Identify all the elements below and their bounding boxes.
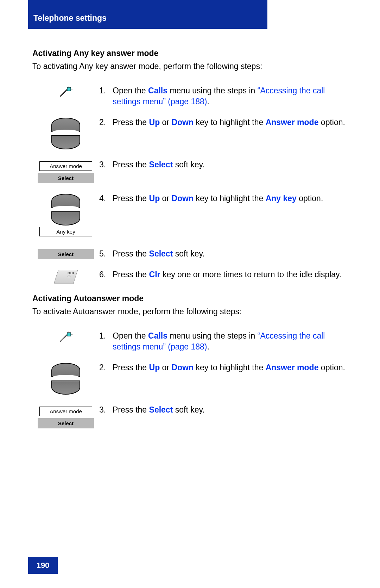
up-down-key-icon — [51, 363, 80, 395]
up-down-key-icon — [51, 118, 80, 149]
step-row: 2. Press the Up or Down key to highlight… — [32, 117, 354, 149]
display-readout: Answer mode — [39, 161, 92, 171]
svg-rect-2 — [67, 87, 71, 91]
step-body: Press the Select soft key. — [113, 159, 354, 170]
step-number: 2. — [99, 362, 113, 373]
page-header-title: Telephone settings — [33, 13, 107, 23]
page-number: 190 — [37, 561, 50, 570]
step-body: Press the Up or Down key to highlight th… — [113, 193, 354, 204]
step-body: Press the Select soft key. — [113, 248, 354, 259]
softkey-label: Select — [38, 249, 94, 259]
step-icon-column: Select — [32, 248, 99, 259]
softkey-label: Select — [38, 173, 94, 183]
step-number: 3. — [99, 404, 113, 415]
step-row: 2. Press the Up or Down key to highlight… — [32, 362, 354, 395]
section-intro: To activate Autoanswer mode, perform the… — [32, 307, 354, 316]
step-row: CLR▭6. Press the Clr key one or more tim… — [32, 269, 354, 284]
step-icon-column — [32, 362, 99, 395]
svg-line-1 — [60, 89, 68, 97]
step-row: Select5. Press the Select soft key. — [32, 248, 354, 259]
section-heading: Activating Autoanswer mode — [32, 294, 354, 303]
clr-key-icon: CLR▭ — [54, 270, 78, 284]
step-row: Answer modeSelect3. Press the Select sof… — [32, 159, 354, 183]
step-icon-column — [32, 330, 99, 343]
step-text: 2. Press the Up or Down key to highlight… — [99, 362, 354, 373]
step-body: Open the Calls menu using the steps in “… — [113, 85, 354, 107]
svg-line-6 — [60, 334, 68, 342]
step-text: 5. Press the Select soft key. — [99, 248, 354, 259]
step-text: 4. Press the Up or Down key to highlight… — [99, 193, 354, 204]
step-number: 4. — [99, 193, 113, 204]
step-text: 3. Press the Select soft key. — [99, 404, 354, 415]
step-body: Press the Clr key one or more times to r… — [113, 269, 354, 280]
section-heading: Activating Any key answer mode — [32, 49, 354, 58]
step-icon-column: Answer modeSelect — [32, 404, 99, 428]
step-text: 2. Press the Up or Down key to highlight… — [99, 117, 354, 128]
step-number: 6. — [99, 269, 113, 280]
wand-icon — [59, 331, 73, 343]
step-icon-column: Any key — [32, 193, 99, 239]
step-number: 1. — [99, 85, 113, 107]
step-body: Open the Calls menu using the steps in “… — [113, 330, 354, 352]
step-row: Answer modeSelect3. Press the Select sof… — [32, 404, 354, 428]
step-text: 3. Press the Select soft key. — [99, 159, 354, 170]
softkey-label: Select — [38, 418, 94, 428]
step-number: 3. — [99, 159, 113, 170]
step-row: 1. Open the Calls menu using the steps i… — [32, 330, 354, 352]
step-body: Press the Up or Down key to highlight th… — [113, 362, 354, 373]
step-number: 1. — [99, 330, 113, 352]
step-text: 1. Open the Calls menu using the steps i… — [99, 85, 354, 107]
step-icon-column: Answer modeSelect — [32, 159, 99, 183]
page-header: Telephone settings — [28, 0, 267, 29]
step-icon-column: CLR▭ — [32, 269, 99, 284]
step-number: 2. — [99, 117, 113, 128]
page-number-tab: 190 — [28, 557, 58, 574]
step-icon-column — [32, 85, 99, 98]
step-icon-column — [32, 117, 99, 149]
svg-rect-7 — [67, 333, 71, 336]
step-body: Press the Select soft key. — [113, 404, 354, 415]
step-row: Any key4. Press the Up or Down key to hi… — [32, 193, 354, 239]
step-text: 6. Press the Clr key one or more times t… — [99, 269, 354, 280]
step-text: 1. Open the Calls menu using the steps i… — [99, 330, 354, 352]
display-readout: Any key — [39, 227, 92, 236]
up-down-key-icon — [51, 194, 80, 225]
section-intro: To activating Any key answer mode, perfo… — [32, 62, 354, 71]
step-number: 5. — [99, 248, 113, 259]
page-content: Activating Any key answer modeTo activat… — [32, 42, 354, 438]
wand-icon — [59, 86, 73, 98]
step-body: Press the Up or Down key to highlight th… — [113, 117, 354, 128]
display-readout: Answer mode — [39, 407, 92, 416]
step-row: 1. Open the Calls menu using the steps i… — [32, 85, 354, 107]
